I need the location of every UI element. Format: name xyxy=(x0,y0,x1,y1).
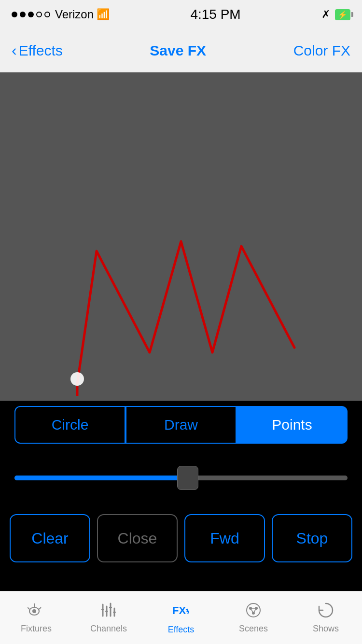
back-label: Effects xyxy=(19,42,63,59)
slider-fill xyxy=(14,476,188,480)
circle-mode-button[interactable]: Circle xyxy=(14,406,125,444)
status-right: ✗ ⚡ xyxy=(321,8,350,21)
fwd-button[interactable]: Fwd xyxy=(184,514,265,562)
effects-icon: FX xyxy=(171,601,191,623)
svg-line-20 xyxy=(251,608,253,613)
color-fx-button[interactable]: Color FX xyxy=(293,42,350,59)
tab-fixtures[interactable]: Fixtures xyxy=(0,591,72,644)
battery-indicator: ⚡ xyxy=(335,9,350,20)
effects-label: Effects xyxy=(168,625,195,635)
draw-mode-button[interactable]: Draw xyxy=(125,406,237,444)
tab-effects[interactable]: FX Effects xyxy=(145,591,217,644)
drawing-canvas xyxy=(0,72,362,401)
status-bar: Verizon 📶 4:15 PM ✗ ⚡ xyxy=(0,0,362,29)
action-buttons: Clear Close Fwd Stop xyxy=(0,507,362,570)
lightning-icon: ⚡ xyxy=(338,10,348,19)
signal-dot-1 xyxy=(12,12,17,17)
channels-icon xyxy=(100,602,117,622)
shows-icon xyxy=(317,602,334,622)
chevron-left-icon: ‹ xyxy=(12,42,17,59)
tab-shows[interactable]: Shows xyxy=(290,591,362,644)
scenes-icon xyxy=(245,602,262,622)
svg-point-16 xyxy=(247,603,260,617)
svg-point-0 xyxy=(70,372,84,386)
slider-area xyxy=(0,449,362,507)
signal-dot-4 xyxy=(36,12,42,17)
signal-dot-2 xyxy=(20,12,26,17)
mode-buttons: Circle Draw Points xyxy=(0,401,362,449)
signal-dot-3 xyxy=(28,12,34,17)
svg-line-6 xyxy=(39,607,41,609)
back-button[interactable]: ‹ Effects xyxy=(12,42,63,59)
nav-bar: ‹ Effects Save FX Color FX xyxy=(0,29,362,72)
shows-label: Shows xyxy=(313,624,339,634)
svg-line-21 xyxy=(253,608,256,613)
fixtures-icon xyxy=(28,602,45,622)
tab-scenes[interactable]: Scenes xyxy=(217,591,290,644)
svg-line-5 xyxy=(28,607,29,609)
close-button[interactable]: Close xyxy=(97,514,178,562)
points-mode-button[interactable]: Points xyxy=(237,406,348,444)
svg-point-4 xyxy=(32,609,36,613)
tab-channels[interactable]: Channels xyxy=(72,591,145,644)
slider-track[interactable] xyxy=(14,476,348,480)
stop-button[interactable]: Stop xyxy=(272,514,352,562)
svg-text:FX: FX xyxy=(172,604,186,616)
signal-dot-5 xyxy=(44,12,50,17)
fixtures-label: Fixtures xyxy=(21,624,52,634)
status-left: Verizon 📶 xyxy=(12,8,110,21)
bluetooth-icon: ✗ xyxy=(321,8,330,21)
canvas-area[interactable] xyxy=(0,72,362,401)
carrier-label: Verizon xyxy=(55,8,94,21)
channels-label: Channels xyxy=(90,624,127,634)
clear-button[interactable]: Clear xyxy=(10,514,90,562)
wifi-icon: 📶 xyxy=(97,8,110,21)
nav-title: Save FX xyxy=(150,42,206,59)
signal-dots xyxy=(12,12,50,17)
status-time: 4:15 PM xyxy=(190,7,240,22)
tab-bar: Fixtures Channels FX Effects xyxy=(0,591,362,644)
slider-thumb[interactable] xyxy=(177,466,198,490)
scenes-label: Scenes xyxy=(239,624,268,634)
